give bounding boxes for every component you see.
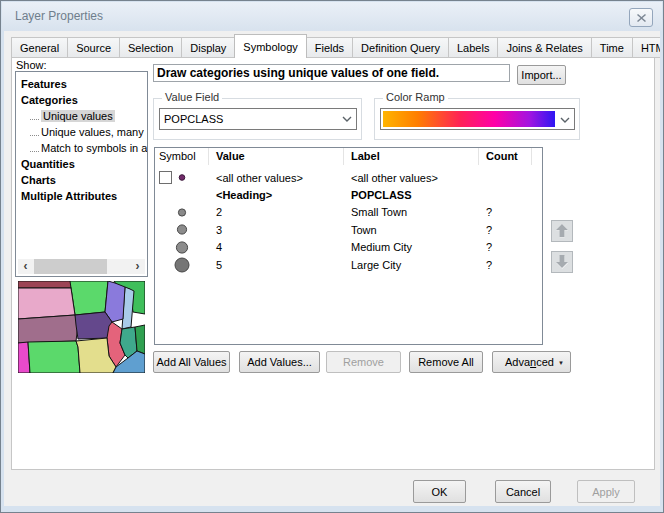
column-header-symbol[interactable]: Symbol (155, 148, 209, 165)
add-all-values-button[interactable]: Add All Values (153, 351, 230, 373)
state-polygon (18, 315, 78, 343)
point-symbol-icon (155, 169, 209, 186)
state-polygon (75, 312, 112, 339)
title-bar[interactable]: Layer Properties (2, 2, 662, 31)
tab-bar: General Source Selection Display Symbolo… (11, 37, 664, 58)
point-symbol-icon (155, 239, 209, 256)
dropdown-arrow-icon: ▼ (558, 360, 564, 366)
dialog-title: Layer Properties (15, 2, 103, 31)
tab-display[interactable]: Display (181, 37, 235, 58)
tree-item-categories[interactable]: Categories (16, 92, 147, 108)
ok-button[interactable]: OK (413, 480, 466, 503)
tab-fields[interactable]: Fields (306, 37, 353, 58)
tab-definition-query[interactable]: Definition Query (352, 37, 449, 58)
scrollbar-thumb[interactable] (34, 259, 107, 274)
show-tree: Features Categories Unique values Unique… (15, 71, 148, 277)
column-header-label[interactable]: Label (344, 148, 479, 165)
state-polygon (18, 281, 71, 288)
arrow-down-icon (556, 255, 568, 269)
tab-labels[interactable]: Labels (448, 37, 498, 58)
table-row-all-other-values[interactable]: <all other values> <all other values> (155, 169, 542, 186)
table-row-value-3[interactable]: 3 Town ? (155, 221, 542, 238)
tree-branch-line (30, 147, 39, 152)
point-symbol-icon (155, 204, 209, 221)
tree-item-multiple-attributes[interactable]: Multiple Attributes (16, 188, 147, 204)
close-icon (637, 14, 646, 22)
arrow-up-icon (556, 224, 568, 238)
column-header-value[interactable]: Value (209, 148, 344, 165)
color-ramp-label: Color Ramp (383, 91, 448, 103)
table-row-value-4[interactable]: 4 Medium City ? (155, 239, 542, 256)
value-field-group: Value Field POPCLASS (153, 98, 362, 140)
values-list: Symbol Value Label Count <all other valu… (154, 147, 543, 345)
symbology-tab-page: Show: Features Categories Unique values … (11, 57, 655, 470)
tree-branch-line (30, 131, 39, 136)
tab-source[interactable]: Source (67, 37, 120, 58)
point-symbol-icon (155, 256, 209, 273)
values-list-header: Symbol Value Label Count (155, 148, 542, 165)
value-field-label: Value Field (162, 91, 222, 103)
state-polygon (28, 341, 80, 373)
apply-button[interactable]: Apply (577, 480, 635, 503)
move-down-button[interactable] (551, 251, 573, 273)
tree-branch-line (30, 115, 39, 120)
state-polygon (135, 325, 145, 354)
tree-hscrollbar[interactable]: ‹ › (18, 259, 145, 274)
value-field-dropdown[interactable]: POPCLASS (159, 108, 357, 130)
remove-all-button[interactable]: Remove All (409, 351, 483, 373)
close-button[interactable] (629, 8, 653, 27)
table-row-heading[interactable]: <Heading> POPCLASS (155, 186, 542, 203)
state-polygon (18, 288, 75, 319)
method-description: Draw categories using unique values of o… (153, 64, 510, 82)
add-values-button[interactable]: Add Values... (239, 351, 320, 373)
scroll-right-icon[interactable]: › (130, 259, 145, 274)
scroll-left-icon[interactable]: ‹ (18, 259, 33, 274)
tab-time[interactable]: Time (591, 37, 633, 58)
advanced-button[interactable]: Advanced▼ (492, 351, 571, 373)
color-ramp-group: Color Ramp (374, 98, 580, 140)
tree-item-unique-values-many[interactable]: Unique values, many (16, 124, 147, 140)
column-header-count[interactable]: Count (479, 148, 532, 165)
import-button[interactable]: Import... (517, 65, 566, 85)
tree-item-features[interactable]: Features (16, 76, 147, 92)
cancel-button[interactable]: Cancel (495, 480, 551, 503)
tab-joins-relates[interactable]: Joins & Relates (497, 37, 591, 58)
point-symbol-icon (155, 221, 209, 238)
tree-item-quantities[interactable]: Quantities (16, 156, 147, 172)
tab-selection[interactable]: Selection (119, 37, 182, 58)
tab-symbology[interactable]: Symbology (234, 34, 306, 58)
tree-item-match-symbols[interactable]: Match to symbols in a (16, 140, 147, 156)
chevron-down-icon (338, 116, 356, 122)
color-ramp-swatch (383, 111, 555, 127)
remove-button[interactable]: Remove (326, 351, 401, 373)
tree-item-unique-values[interactable]: Unique values (16, 108, 147, 124)
tab-general[interactable]: General (11, 37, 68, 58)
color-ramp-dropdown[interactable] (380, 108, 575, 130)
table-row-value-5[interactable]: 5 Large City ? (155, 256, 542, 273)
map-preview (18, 281, 145, 373)
move-up-button[interactable] (551, 220, 573, 242)
show-label: Show: (16, 59, 47, 71)
tree-item-charts[interactable]: Charts (16, 172, 147, 188)
tab-html-popup[interactable]: HTML Popup (632, 37, 664, 58)
table-row-value-2[interactable]: 2 Small Town ? (155, 204, 542, 221)
chevron-down-icon (556, 117, 574, 123)
layer-properties-dialog: Layer Properties General Source Selectio… (0, 0, 664, 513)
